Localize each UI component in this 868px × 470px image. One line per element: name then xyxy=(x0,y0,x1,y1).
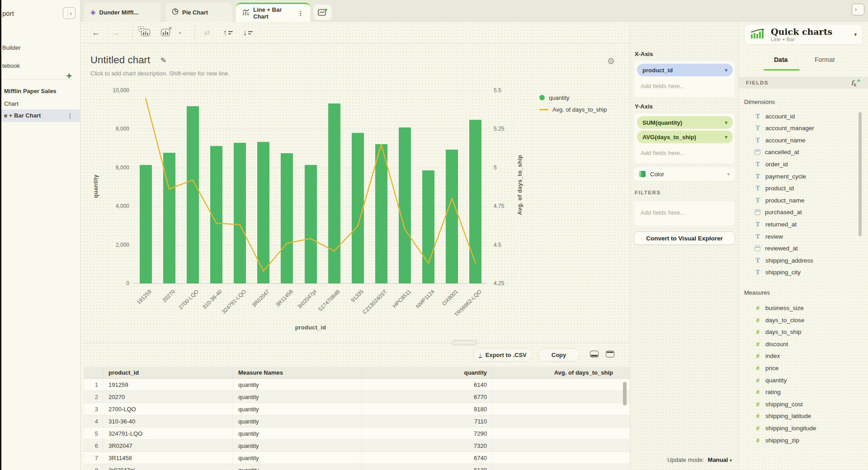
results-table[interactable]: product_idMeasure NamesquantityAvg. of d… xyxy=(84,367,630,470)
tab-dunder-mifflin[interactable]: ◈ Dunder Miffl... xyxy=(84,3,161,22)
sidebar-item-line-bar-chart[interactable]: e + Bar Chart ⋮ xyxy=(1,109,80,122)
chart-type-selector[interactable]: Quick charts Line + Bar ▾ xyxy=(744,24,863,45)
column-header-measure-names[interactable]: Measure Names xyxy=(233,367,362,378)
kebab-menu-icon[interactable]: ⋮ xyxy=(67,109,73,122)
dimension-item-reviewed_at[interactable]: reviewed_at xyxy=(739,243,861,254)
y-axis-field-well[interactable]: SUM(quantity) ▾ AVG(days_to_ship) ▾ Add … xyxy=(634,113,735,164)
y-axis-field-pill-sum-quantity[interactable]: SUM(quantity) ▾ xyxy=(637,116,733,129)
measure-item-price[interactable]: #price xyxy=(739,362,861,374)
dimension-item-review[interactable]: Treview xyxy=(739,230,861,242)
add-page-button[interactable]: + xyxy=(66,70,72,81)
row-number: 7 xyxy=(84,452,103,464)
add-fields-placeholder[interactable]: Add fields here... xyxy=(641,83,685,89)
chevron-down-icon[interactable]: ▾ xyxy=(725,134,727,140)
add-fields-placeholder[interactable]: Add fields here... xyxy=(641,209,685,216)
sort-descending-button[interactable]: ↓ xyxy=(241,26,255,39)
measure-item-days_to_ship[interactable]: #days_to_ship xyxy=(739,326,861,338)
column-header-quantity[interactable]: quantity xyxy=(362,367,493,378)
chart-description-placeholder[interactable]: Click to add chart description. Shift-en… xyxy=(90,70,230,77)
tab-format[interactable]: Format xyxy=(815,56,835,63)
color-encoding-row[interactable]: Color ▾ xyxy=(634,167,735,181)
swap-axes-icon[interactable]: ⇄ xyxy=(200,26,214,39)
dimension-item-shipping_city[interactable]: Tshipping_city xyxy=(739,267,861,278)
x-axis-field-pill[interactable]: product_id ▾ xyxy=(637,64,733,76)
legend-item-avg-of-days-to-ship[interactable]: Avg. of days_to_ship xyxy=(539,103,607,115)
dimension-item-payment_cycle[interactable]: Tpayment_cycle xyxy=(739,170,861,182)
table-scrollbar[interactable] xyxy=(623,382,627,405)
dimension-item-shipping_address[interactable]: Tshipping_address xyxy=(739,254,861,266)
column-header-avg-of-days-to-ship[interactable]: Avg. of days_to_ship xyxy=(493,367,618,378)
sidebar-item-builder[interactable]: Builder xyxy=(2,39,20,57)
filters-field-well[interactable]: Add fields here... xyxy=(634,201,735,226)
expand-table-icon[interactable] xyxy=(606,351,614,357)
sidebar-item-mifflin-paper-sales[interactable]: Mifflin Paper Sales xyxy=(1,85,80,98)
chart-title[interactable]: Untitled chart xyxy=(90,54,150,66)
measure-item-shipping_cost[interactable]: #shipping_cost xyxy=(739,398,861,410)
left-axis-tick: 10,000 xyxy=(72,87,129,94)
chevron-down-icon[interactable]: ▾ xyxy=(727,171,730,177)
measure-item-days_to_close[interactable]: #days_to_close xyxy=(739,314,861,326)
dimension-item-order_id[interactable]: Torder_id xyxy=(739,158,861,170)
remove-chart-dropdown[interactable]: ▾ xyxy=(173,26,187,39)
update-mode-control[interactable]: Update mode:Manual ▾ xyxy=(667,456,732,463)
collapse-sidebar-icon[interactable]: ‹ xyxy=(63,7,75,19)
dimension-item-product_id[interactable]: Tproduct_id xyxy=(739,183,861,194)
measure-item-index[interactable]: #index xyxy=(739,350,861,362)
sidebar-item-pie-chart[interactable]: Chart xyxy=(1,98,80,110)
remove-chart-button[interactable]: ✕ xyxy=(159,26,172,39)
column-header-product-id[interactable]: product_id xyxy=(103,367,233,378)
measure-item-quantity[interactable]: #quantity xyxy=(739,374,861,386)
convert-to-visual-explorer-button[interactable]: Convert to Visual Explorer xyxy=(634,231,735,245)
tab-line-bar-chart[interactable]: Line + Bar Chart ⋮ xyxy=(236,3,310,22)
fields-scrollbar[interactable] xyxy=(859,112,862,236)
undo-button[interactable]: ← xyxy=(89,26,103,39)
measure-item-business_size[interactable]: #business_size xyxy=(739,302,861,314)
resize-drag-handle[interactable] xyxy=(452,340,477,345)
measure-item-discount[interactable]: #discount xyxy=(739,338,861,350)
redo-button[interactable]: → xyxy=(109,26,123,39)
table-row[interactable]: 32700-LQOquantity9180 xyxy=(84,403,630,415)
table-row[interactable]: 4310-36-40quantity7110 xyxy=(84,415,630,428)
dimension-item-product_name[interactable]: Tproduct_name xyxy=(739,194,861,206)
legend-item-quantity[interactable]: quantity xyxy=(539,92,607,103)
table-row[interactable]: 220270quantity6770 xyxy=(84,391,630,403)
table-row[interactable]: 1191259quantity6140 xyxy=(84,379,630,391)
new-chart-tab-button[interactable] xyxy=(314,5,332,20)
copy-button[interactable]: Copy xyxy=(538,348,580,362)
dimension-item-account_id[interactable]: Taccount_id xyxy=(739,110,861,122)
x-axis-field-well[interactable]: product_id ▾ Add fields here... xyxy=(634,61,735,98)
chevron-down-icon[interactable]: ▾ xyxy=(725,67,727,73)
table-row[interactable]: 83r02047plquantity6130 xyxy=(84,464,630,470)
tab-kebab-menu-icon[interactable]: ⋮ xyxy=(297,9,304,17)
tab-data[interactable]: Data xyxy=(774,56,788,63)
measure-item-shipping_longitude[interactable]: #shipping_longitude xyxy=(739,422,861,434)
y-axis-field-pill-avg-days-to-ship[interactable]: AVG(days_to_ship) ▾ xyxy=(637,131,733,143)
chevron-down-icon[interactable]: ▾ xyxy=(854,32,857,38)
chevron-down-icon[interactable]: ▾ xyxy=(725,120,727,126)
table-row[interactable]: 73R11458quantity6740 xyxy=(84,452,630,464)
toggle-right-panel-icon[interactable]: › xyxy=(852,4,864,15)
add-formula-fx-icon[interactable]: fx+ xyxy=(851,77,861,88)
dimension-item-account_manager[interactable]: Taccount_manager xyxy=(739,122,861,134)
dimension-item-returned_at[interactable]: Treturned_at xyxy=(739,218,861,230)
dimension-item-cancelled_at[interactable]: cancelled_at xyxy=(739,146,861,158)
export-csv-button[interactable]: ↓ Export to .CSV xyxy=(473,348,532,362)
measure-item-shipping_latitude[interactable]: #shipping_latitude xyxy=(739,410,861,422)
sidebar-item-notebook[interactable]: tebook xyxy=(2,57,20,75)
add-fields-placeholder[interactable]: Add fields here... xyxy=(641,150,685,156)
collapse-table-icon[interactable] xyxy=(590,351,599,357)
measure-item-rating[interactable]: #rating xyxy=(739,386,861,398)
plot-area[interactable] xyxy=(134,90,487,283)
dimension-item-purchased_at[interactable]: purchased_at xyxy=(739,207,861,218)
measure-item-shipping_zip[interactable]: #shipping_zip xyxy=(739,434,861,446)
chevron-down-icon[interactable]: ▾ xyxy=(730,458,732,463)
edit-title-pencil-icon[interactable]: ✎ xyxy=(160,56,166,65)
table-row[interactable]: 5324791-LQOquantity7290 xyxy=(84,428,630,440)
field-label: product_name xyxy=(765,197,804,204)
sort-ascending-button[interactable]: ↑ xyxy=(221,26,235,39)
table-row[interactable]: 63R02047quantity7320 xyxy=(84,440,630,452)
chart-settings-gear-icon[interactable]: ⚙ xyxy=(607,56,615,66)
dimension-item-account_name[interactable]: Taccount_name xyxy=(739,134,861,146)
duplicate-chart-button[interactable]: + xyxy=(139,26,152,39)
tab-pie-chart[interactable]: Pie Chart xyxy=(165,3,232,22)
